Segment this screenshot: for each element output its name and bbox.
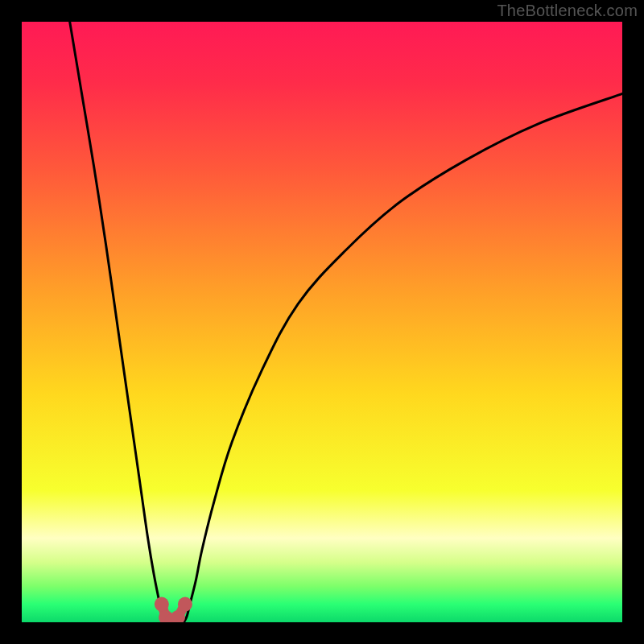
watermark-text: TheBottleneck.com (497, 2, 638, 20)
outer-frame: TheBottleneck.com (0, 0, 644, 644)
marker-dot (155, 597, 169, 612)
chart-plot (22, 22, 622, 622)
marker-dot (178, 597, 192, 612)
plot-background (22, 22, 622, 622)
